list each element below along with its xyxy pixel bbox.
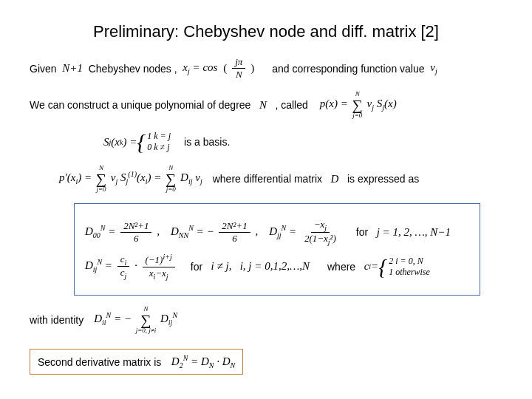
line-given: Given N+1 Chebyshev nodes , xj = cos ( j… bbox=[30, 56, 502, 81]
math-jrange: j = 1, 2, …, N−1 bbox=[371, 226, 451, 239]
text-identity: with identity bbox=[30, 314, 83, 326]
math-D: D bbox=[325, 173, 344, 185]
line-construct: We can construct a unique polynomial of … bbox=[30, 91, 502, 119]
math-D2: D2N = DN · DN bbox=[166, 354, 235, 369]
text-construct: We can construct a unique polynomial of … bbox=[30, 99, 250, 111]
text-expressed: is expressed as bbox=[347, 173, 419, 185]
math-xj: xj = cos bbox=[180, 61, 221, 75]
text-corresp: and corresponding function value bbox=[272, 63, 424, 75]
text-chebnodes: Chebyshev nodes , bbox=[89, 63, 177, 75]
math-vj: vj bbox=[428, 61, 437, 75]
text-second-deriv: Second derivative matrix is bbox=[38, 356, 161, 368]
line-basis: Sj(xk) = { 1 k = j 0 k ≠ j is a basis. bbox=[103, 129, 502, 154]
second-deriv-box: Second derivative matrix is D2N = DN · D… bbox=[30, 349, 243, 375]
math-Dii: DiiN = − N∑j=0, j≠i DijN bbox=[94, 306, 177, 334]
line-identity: with identity DiiN = − N∑j=0, j≠i DijN bbox=[30, 306, 502, 334]
line-diffmatrix: p′(xi) = N∑j=0 vj Sj(1)(xi) = N∑j=0 Dij … bbox=[59, 165, 502, 193]
math-ineq: i ≠ j, i, j = 0,1,2,…,N bbox=[205, 260, 310, 273]
math-D00: D00N = 2N²+16 , DNNN = − 2N²+16 , DjjN =… bbox=[85, 219, 341, 245]
math-N: N bbox=[253, 99, 272, 112]
math-frac-jpi: jπN bbox=[232, 56, 245, 81]
formula-box: D00N = 2N²+16 , DNNN = − 2N²+16 , DjjN =… bbox=[74, 203, 480, 296]
math-Sjxk: Sj(xk) = { 1 k = j 0 k ≠ j bbox=[103, 129, 171, 154]
text-where1: where differential matrix bbox=[213, 173, 322, 185]
text-basis: is a basis. bbox=[184, 136, 230, 148]
math-px: p(x) = N∑j=0 vj Sj(x) bbox=[320, 91, 397, 119]
text-given: Given bbox=[30, 63, 57, 75]
math-Dij: DijN = cicj · (−1)i+jxi−xj bbox=[85, 253, 177, 280]
page-title: Preliminary: Chebyshev node and diff. ma… bbox=[30, 22, 502, 41]
text-where2: where bbox=[327, 261, 355, 273]
math-pprime: p′(xi) = N∑j=0 vj Sj(1)(xi) = N∑j=0 Dij … bbox=[59, 165, 202, 193]
math-ci: ci = { 2 i = 0, N 1 otherwise bbox=[358, 254, 430, 279]
text-for2: for bbox=[191, 261, 202, 273]
math-Np1: N+1 bbox=[60, 62, 86, 75]
text-for1: for bbox=[356, 226, 368, 238]
text-called: , called bbox=[275, 99, 307, 111]
